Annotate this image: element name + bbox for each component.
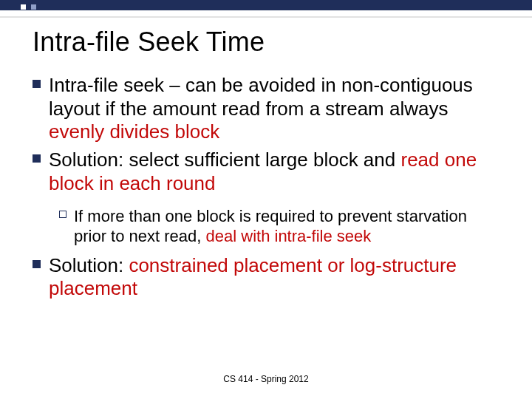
slide-footer: CS 414 - Spring 2012	[0, 374, 532, 384]
bullet-text: Solution: constrained placement or log-s…	[49, 254, 499, 301]
square-bullet-icon	[33, 149, 49, 195]
highlight-text: deal with intra-file seek	[206, 227, 372, 245]
bullet-level1: Intra-file seek – can be avoided in non-…	[33, 74, 499, 144]
top-accent-line	[0, 10, 532, 18]
square-bullet-icon	[33, 254, 49, 301]
bullet-level2: If more than one block is required to pr…	[59, 206, 499, 247]
bullet-text: If more than one block is required to pr…	[74, 206, 499, 247]
text-segment: Solution:	[49, 254, 129, 276]
content-area: Intra-file seek – can be avoided in non-…	[33, 74, 499, 305]
bullet-level1: Solution: constrained placement or log-s…	[33, 254, 499, 301]
bullet-text: Intra-file seek – can be avoided in non-…	[49, 74, 499, 144]
slide: Intra-file Seek Time Intra-file seek – c…	[0, 0, 532, 399]
square-bullet-icon	[33, 74, 49, 144]
hollow-square-bullet-icon	[59, 206, 74, 247]
text-segment: Solution: select sufficient large block …	[49, 149, 400, 171]
bullet-text: Solution: select sufficient large block …	[49, 149, 499, 195]
bullet-level1: Solution: select sufficient large block …	[33, 149, 499, 195]
top-band-decoration	[0, 0, 532, 10]
slide-title: Intra-file Seek Time	[33, 27, 265, 58]
highlight-text: evenly divides block	[49, 120, 219, 143]
text-segment: Intra-file seek – can be avoided in non-…	[49, 74, 473, 120]
